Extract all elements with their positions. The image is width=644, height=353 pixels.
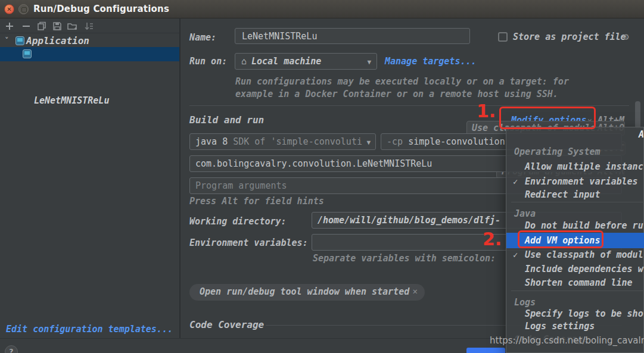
- ok-button[interactable]: [466, 348, 505, 353]
- toolbar-divider: [0, 33, 179, 33]
- title-bar: ✕ Run/Debug Configurations: [0, 0, 644, 18]
- panel-divider: [179, 18, 181, 338]
- menu-item-allow-multiple-instances[interactable]: Allow multiple instanc: [525, 160, 643, 173]
- classpath-value: -cp simple-convolution: [387, 136, 505, 148]
- copy-icon: [36, 21, 47, 32]
- menu-item-logs-settings[interactable]: Logs settings: [525, 320, 595, 333]
- edit-configuration-templates-link[interactable]: Edit configuration templates...: [6, 324, 173, 335]
- menu-item-use-classpath-of-module[interactable]: Use classpath of modul: [525, 248, 643, 261]
- env-separator-hint: Separate variables with semicolon:: [313, 253, 496, 264]
- run-on-value: Local machine: [251, 56, 321, 67]
- close-icon[interactable]: ✕: [413, 286, 418, 296]
- annotation-step-2: 2.: [483, 230, 502, 248]
- menu-item-redirect-input[interactable]: Redirect input: [525, 188, 600, 201]
- open-run-tool-window-chip[interactable]: Open run/debug tool window when started …: [189, 284, 425, 301]
- sort-configurations-button[interactable]: [83, 21, 94, 32]
- field-hints-note: Press Alt for field hints: [189, 196, 324, 207]
- application-type-icon: [23, 49, 32, 58]
- store-as-project-file-label: Store as project file: [513, 32, 626, 43]
- chevron-down-icon: ▼: [366, 139, 371, 146]
- run-on-description-line1: Run configurations may be executed local…: [235, 76, 569, 88]
- maximize-window-button[interactable]: [18, 4, 29, 14]
- jre-select[interactable]: java 8 SDK of 'simple-convoluti ▼: [189, 133, 376, 150]
- section-divider: [189, 105, 629, 106]
- name-input[interactable]: LeNetMNISTReLu: [235, 28, 470, 44]
- popup-clipped-text: A: [639, 129, 644, 140]
- menu-item-shorten-command-line[interactable]: Shorten command line: [525, 276, 633, 289]
- copy-configuration-button[interactable]: [36, 21, 47, 32]
- menu-divider: [511, 290, 644, 291]
- gear-icon[interactable]: ⚙: [623, 31, 629, 42]
- run-debug-configurations-dialog: ✕ Run/Debug Configurations ˅ Application…: [0, 0, 644, 353]
- new-folder-icon: [67, 21, 78, 32]
- add-configuration-button[interactable]: [4, 21, 15, 32]
- scrollbar-thumb[interactable]: [635, 101, 640, 129]
- run-on-description-line2: example in a Docker Container or on a re…: [235, 89, 558, 100]
- name-value: LeNetMNISTReLu: [242, 31, 317, 42]
- menu-divider: [511, 202, 644, 202]
- save-configuration-button[interactable]: [52, 21, 63, 32]
- application-type-icon: [15, 36, 24, 45]
- menu-section-operating-system: Operating System: [514, 145, 601, 158]
- annotation-box-modify-options: [499, 107, 596, 129]
- working-directory-label: Working directory:: [189, 216, 287, 227]
- annotation-step-1: 1.: [477, 102, 496, 120]
- local-machine-icon: ⌂: [241, 56, 247, 67]
- working-directory-value: /home/will/github/blog_demos/dlfj-: [318, 215, 500, 226]
- menu-section-java: Java: [514, 207, 536, 220]
- environment-variables-label: Environment variables:: [189, 238, 308, 249]
- run-on-label: Run on:: [189, 56, 227, 67]
- code-coverage-header: Code Coverage: [189, 319, 264, 331]
- sidebar-item-selected[interactable]: LeNetMNISTReLu: [0, 47, 180, 61]
- program-arguments-placeholder: Program arguments: [195, 180, 287, 191]
- sidebar-group-application[interactable]: Application: [26, 35, 89, 47]
- add-icon: [4, 21, 15, 32]
- chip-label: Open run/debug tool window when started: [200, 286, 409, 297]
- jre-suffix: SDK of 'simple-convoluti: [228, 136, 362, 147]
- save-icon: [52, 21, 63, 32]
- chevron-down-icon: ▼: [367, 58, 371, 66]
- help-button[interactable]: ?: [5, 345, 18, 353]
- check-icon: ✓: [513, 175, 518, 188]
- maximize-icon: [21, 7, 27, 13]
- sort-icon: [83, 21, 94, 32]
- menu-item-environment-variables[interactable]: Environment variables: [525, 175, 638, 188]
- watermark-url: https://blog.csdn.net/boling_cavalry: [490, 335, 644, 346]
- name-label: Name:: [189, 32, 216, 43]
- annotation-box-add-vm-options: [518, 230, 603, 248]
- sidebar-item-label: LeNetMNISTReLu: [34, 95, 109, 106]
- menu-item-include-dependencies[interactable]: Include dependencies w: [525, 263, 643, 276]
- new-folder-button[interactable]: [67, 21, 77, 32]
- remove-configuration-button[interactable]: [21, 21, 32, 32]
- remove-icon: [21, 21, 32, 32]
- build-and-run-header: Build and run: [189, 114, 264, 126]
- jre-value: java 8 SDK of 'simple-convoluti: [195, 136, 365, 148]
- main-class-value: com.bolingcavalry.convolution.LeNetMNIST…: [195, 158, 432, 170]
- close-window-button[interactable]: ✕: [4, 4, 14, 14]
- chevron-down-icon[interactable]: ˅: [5, 35, 9, 46]
- manage-targets-link[interactable]: Manage targets...: [385, 56, 477, 67]
- menu-item-specify-logs[interactable]: Specify logs to be sho: [525, 307, 643, 320]
- window-title: Run/Debug Configurations: [33, 3, 169, 15]
- run-on-select[interactable]: ⌂ Local machine ▼: [235, 53, 377, 70]
- store-as-project-file-checkbox[interactable]: [498, 32, 508, 42]
- check-icon: ✓: [513, 248, 518, 261]
